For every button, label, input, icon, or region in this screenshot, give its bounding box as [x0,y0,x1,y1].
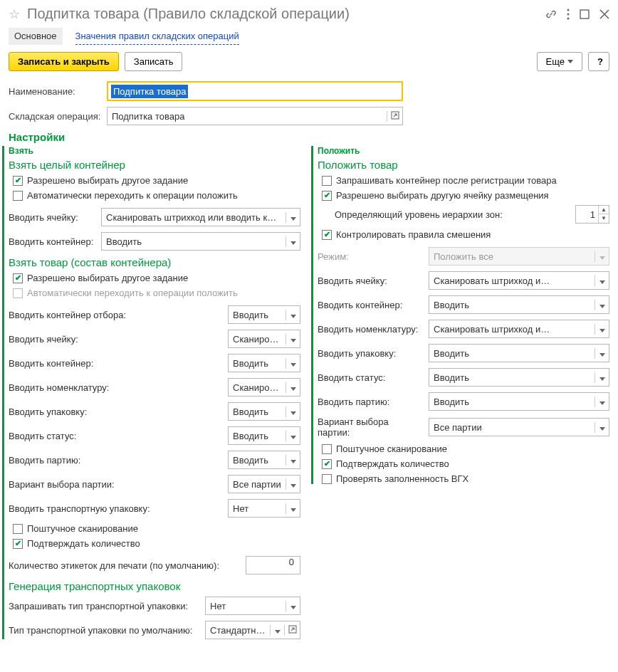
chevron-down-icon [595,251,609,262]
chevron-down-icon[interactable] [286,601,300,611]
tab-values[interactable]: Значения правил складских операций [75,28,239,45]
goods-trans-pack-dropdown[interactable]: Нет [228,499,300,518]
goods-cell-label: Вводить ячейку: [9,334,222,345]
chevron-down-icon[interactable] [595,324,609,335]
put-batch-label: Вводить партию: [318,397,423,407]
settings-header: Настройки [9,131,609,143]
take-auto-put-checkbox[interactable] [13,191,23,201]
spin-up-icon[interactable]: ▲ [599,206,609,214]
more-button[interactable]: Еще [537,52,582,71]
take-cell-label: Вводить ячейку: [9,212,95,223]
put-cell-dropdown[interactable]: Сканировать штрихкод и… [429,271,609,290]
chevron-down-icon[interactable] [286,479,300,490]
labels-qty-input[interactable]: 0 [246,556,300,574]
open-icon[interactable] [284,625,300,636]
spin-down-icon[interactable]: ▼ [599,214,609,223]
svg-point-0 [567,9,570,11]
goods-trans-pack-label: Вводить транспортную упаковку: [9,503,222,514]
take-container-dropdown[interactable]: Вводить [101,232,300,251]
chevron-down-icon[interactable] [595,348,609,359]
put-mode-label: Режим: [318,251,423,262]
goods-auto-put-label: Автоматически переходить к операции поло… [27,288,238,298]
chevron-down-icon[interactable] [595,372,609,383]
take-cell-value: Сканировать штрихкод или вводить контрол… [102,212,286,223]
zone-level-label: Определяющий уровень иерархии зон: [335,209,570,220]
put-confirm-qty-checkbox[interactable] [322,459,332,469]
put-batch-dropdown[interactable]: Вводить [429,392,609,411]
chevron-down-icon[interactable] [286,382,300,393]
chevron-down-icon[interactable] [286,334,300,345]
goods-batch-label: Вводить партию: [9,455,222,466]
ask-tp-type-dropdown[interactable]: Нет [205,597,300,615]
goods-pick-container-dropdown[interactable]: Вводить [228,305,300,324]
chevron-down-icon[interactable] [286,455,300,466]
chevron-down-icon[interactable] [286,212,300,223]
put-piece-scan-label: Поштучное сканирование [336,443,447,454]
tab-main[interactable]: Основное [9,28,63,45]
maximize-icon[interactable] [580,9,590,19]
goods-nomen-dropdown[interactable]: Сканировать штрихкод и… [228,378,300,397]
chevron-down-icon[interactable] [270,625,284,636]
goods-nomen-label: Вводить номенклатуру: [9,382,222,393]
take-container-label: Вводить контейнер: [9,236,95,247]
put-pack-dropdown[interactable]: Вводить [429,344,609,362]
put-nomen-dropdown[interactable]: Сканировать штрихкод и… [429,320,609,338]
put-control-mix-checkbox[interactable] [322,230,332,240]
goods-status-dropdown[interactable]: Вводить [228,426,300,445]
name-label: Наименование: [9,86,101,97]
svg-rect-3 [580,10,589,19]
goods-container-dropdown[interactable]: Вводить [228,354,300,372]
link-icon[interactable] [545,9,557,20]
goods-batch-variant-dropdown[interactable]: Все партии [228,475,300,493]
open-icon[interactable] [387,111,402,122]
put-batch-variant-dropdown[interactable]: Все партии [429,418,609,436]
kebab-icon[interactable] [567,9,570,20]
put-allow-other-cell-checkbox[interactable] [322,191,332,201]
chevron-down-icon[interactable] [286,406,300,417]
chevron-down-icon[interactable] [286,358,300,369]
take-piece-scan-checkbox[interactable] [13,524,23,534]
chevron-down-icon[interactable] [595,397,609,407]
take-goods-header: Взять товар (состав контейнера) [9,256,300,268]
save-button[interactable]: Записать [125,52,183,71]
take-allow-other-checkbox[interactable] [13,176,23,186]
put-ask-container-label: Запрашивать контейнер после регистрации … [336,175,557,186]
chevron-down-icon[interactable] [286,310,300,320]
take-confirm-qty-checkbox[interactable] [13,539,23,549]
close-icon[interactable] [599,9,609,19]
goods-allow-other-checkbox[interactable] [13,273,23,283]
chevron-down-icon[interactable] [286,503,300,514]
put-batch-variant-label: Вариант выбора партии: [318,416,423,438]
name-input[interactable]: Подпитка товара [107,81,403,101]
page-title: Подпитка товара (Правило складской опера… [27,6,538,22]
goods-batch-variant-label: Вариант выбора партии: [9,479,222,490]
default-tp-type-dropdown[interactable]: Стандартная [205,621,300,639]
svg-point-2 [567,17,570,19]
goods-batch-dropdown[interactable]: Вводить [228,451,300,469]
chevron-down-icon[interactable] [595,300,609,310]
take-confirm-qty-label: Подтверждать количество [27,538,140,549]
put-ask-container-checkbox[interactable] [322,176,332,186]
chevron-down-icon[interactable] [595,275,609,286]
goods-cell-dropdown[interactable]: Сканировать штрихкод и… [228,330,300,348]
save-close-button[interactable]: Записать и закрыть [9,52,119,71]
put-status-dropdown[interactable]: Вводить [429,368,609,387]
op-label: Складская операция: [9,111,101,122]
put-check-vgh-checkbox[interactable] [322,474,332,484]
take-header: Взять [9,146,300,156]
take-cell-dropdown[interactable]: Сканировать штрихкод или вводить контрол… [101,208,300,226]
op-input[interactable]: Подпитка товара [107,107,403,125]
put-allow-other-cell-label: Разрешено выбирать другую ячейку размеще… [336,190,549,201]
default-tp-type-label: Тип транспортной упаковки по умолчанию: [9,625,199,636]
put-check-vgh-label: Проверять заполненность ВГХ [336,473,468,484]
help-button[interactable]: ? [588,52,609,71]
goods-pack-dropdown[interactable]: Вводить [228,402,300,421]
put-piece-scan-checkbox[interactable] [322,444,332,454]
chevron-down-icon[interactable] [286,431,300,441]
favorite-icon[interactable]: ☆ [9,6,20,22]
goods-pack-label: Вводить упаковку: [9,406,222,417]
zone-level-spinner[interactable]: 1 ▲ ▼ [575,205,609,224]
chevron-down-icon[interactable] [595,422,609,433]
chevron-down-icon[interactable] [286,236,300,247]
put-container-dropdown[interactable]: Вводить [429,295,609,314]
